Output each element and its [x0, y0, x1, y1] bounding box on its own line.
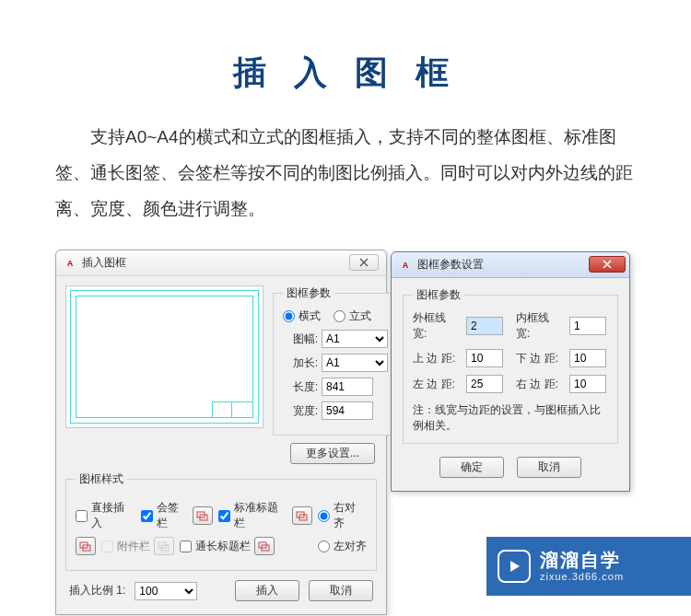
- orientation-vertical-label: 立式: [349, 308, 371, 324]
- jiachang-label: 加长:: [283, 355, 318, 371]
- tufu-select[interactable]: A1: [322, 330, 388, 348]
- inner-width-label: 内框线宽:: [516, 310, 558, 342]
- watermark-url: zixue.3d66.com: [540, 571, 624, 583]
- bottom-margin-label: 下 边 距:: [516, 351, 558, 366]
- length-input[interactable]: [322, 378, 373, 396]
- width-label: 宽度:: [283, 403, 318, 419]
- top-margin-label: 上 边 距:: [413, 351, 455, 366]
- right-margin-label: 右 边 距:: [516, 377, 558, 392]
- frame-params-group: 图框参数 横式 立式 图幅: A1 加长: A1: [273, 285, 398, 436]
- ok-button[interactable]: 确定: [439, 457, 504, 478]
- align-right-label: 右对齐: [334, 500, 367, 531]
- bottom-margin-input[interactable]: [569, 349, 606, 367]
- frame-style-group: 图框样式 直接插入 会签栏 标准标题栏: [65, 471, 377, 571]
- frame-preview: [65, 285, 264, 428]
- width-input[interactable]: [322, 401, 373, 420]
- dialog-title-text: 插入图框: [82, 255, 126, 271]
- cancel-button[interactable]: 取消: [309, 580, 373, 601]
- tongchang-label: 通长标题栏: [195, 539, 251, 554]
- align-left-label: 左对齐: [334, 539, 367, 554]
- browse-icon: [79, 540, 92, 552]
- direct-insert-checkbox[interactable]: 直接插入: [76, 500, 135, 531]
- fujian-browse-button: [154, 537, 174, 555]
- direct-insert-label: 直接插入: [91, 500, 135, 531]
- note-text: 注：线宽与边距的设置，与图框插入比例相关。: [413, 402, 608, 434]
- length-label: 长度:: [283, 379, 318, 395]
- watermark: 溜溜自学 zixue.3d66.com: [486, 537, 691, 596]
- left-margin-input[interactable]: [466, 375, 503, 393]
- close-icon: [359, 258, 369, 267]
- insert-frame-dialog: A 插入图框 图框参数 横式 立式: [55, 250, 387, 615]
- orientation-vertical[interactable]: 立式: [334, 308, 371, 324]
- browse-icon: [196, 509, 209, 522]
- align-right-radio[interactable]: 右对齐: [318, 500, 367, 531]
- huiqian-checkbox[interactable]: 会签栏: [141, 500, 190, 531]
- biaozhun-browse-button[interactable]: [292, 506, 312, 525]
- fujian-label: 附件栏: [117, 539, 150, 554]
- frame-settings-dialog: A 图框参数设置 图框参数 外框线宽: 内框线宽: 上 边 距: 下 边 距: …: [391, 251, 630, 492]
- close-icon: [603, 260, 612, 269]
- outer-width-label: 外框线宽:: [413, 310, 455, 342]
- app-icon: A: [64, 257, 76, 270]
- biaozhun-checkbox[interactable]: 标准标题栏: [218, 500, 288, 531]
- watermark-brand: 溜溜自学: [540, 549, 624, 571]
- page-description: 支持A0~A4的横式和立式的图框插入，支持不同的整体图框、标准图签、通长图签、会…: [0, 96, 691, 227]
- page-title: 插 入 图 框: [0, 0, 691, 96]
- fujian-checkbox: 附件栏: [101, 539, 150, 554]
- outer-width-input[interactable]: [466, 317, 503, 335]
- jiachang-select[interactable]: A1: [322, 354, 388, 372]
- dialog-titlebar: A 图框参数设置: [392, 252, 629, 278]
- left-margin-label: 左 边 距:: [413, 377, 455, 392]
- ratio-label: 插入比例 1:: [69, 583, 125, 599]
- align-left-radio[interactable]: 左对齐: [318, 539, 367, 554]
- inner-width-input[interactable]: [569, 317, 606, 335]
- huiqian-browse-button[interactable]: [193, 506, 213, 525]
- insert-button[interactable]: 插入: [235, 580, 299, 601]
- params-group: 图框参数 外框线宽: 内框线宽: 上 边 距: 下 边 距: 左 边 距: 右 …: [403, 287, 618, 444]
- dialog-titlebar: A 插入图框: [56, 250, 386, 276]
- cancel-button[interactable]: 取消: [517, 457, 581, 478]
- biaozhun-label: 标准标题栏: [234, 500, 288, 531]
- top-margin-input[interactable]: [466, 349, 503, 367]
- tufu-label: 图幅:: [283, 331, 318, 347]
- play-icon: [498, 550, 531, 583]
- huiqian-label: 会签栏: [157, 500, 190, 531]
- frame-params-legend: 图框参数: [283, 285, 334, 301]
- tongchang-browse-button[interactable]: [254, 537, 275, 555]
- close-button[interactable]: [349, 254, 379, 271]
- slot1-button[interactable]: [76, 537, 96, 555]
- svg-marker-10: [510, 561, 520, 572]
- right-margin-input[interactable]: [569, 375, 606, 393]
- ratio-select[interactable]: 100: [135, 582, 197, 600]
- close-button[interactable]: [589, 256, 626, 273]
- browse-icon: [258, 540, 271, 552]
- frame-style-legend: 图框样式: [76, 471, 127, 487]
- orientation-horizontal-label: 横式: [299, 308, 321, 324]
- dialog-title-text: 图框参数设置: [417, 257, 484, 273]
- orientation-horizontal[interactable]: 横式: [283, 308, 321, 324]
- tongchang-checkbox[interactable]: 通长标题栏: [180, 539, 251, 554]
- browse-icon: [296, 509, 309, 522]
- more-settings-button[interactable]: 更多设置...: [290, 443, 375, 464]
- params-legend: 图框参数: [413, 287, 464, 303]
- browse-icon: [158, 540, 170, 552]
- app-icon: A: [399, 259, 412, 272]
